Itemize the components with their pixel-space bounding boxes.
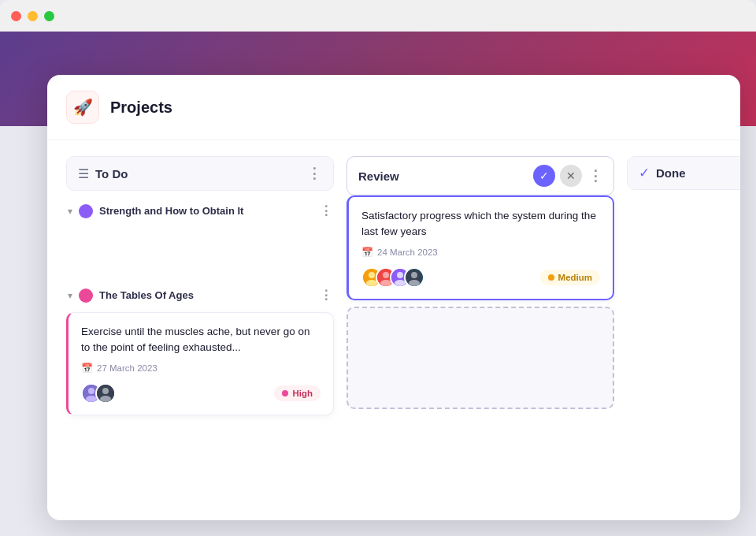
task-todo-1-date-text: 27 March 2023 (97, 363, 158, 373)
task-review-1-priority: Medium (540, 270, 600, 285)
review-group-1: Satisfactory progress which the system d… (346, 195, 614, 409)
group-strength-dot (79, 204, 93, 218)
task-todo-1-priority: High (274, 385, 321, 401)
review-avatar-4 (404, 267, 424, 288)
column-todo: ☰ To Do ⋮ ▾ Strength and How to Obtain I… (66, 156, 334, 505)
group-strength-empty (66, 228, 334, 275)
traffic-light-yellow[interactable] (28, 11, 38, 21)
group-tables-dot (79, 288, 93, 303)
todo-column-title: To Do (95, 167, 307, 181)
task-review-1-avatars (361, 267, 418, 288)
group-tables-header: ▾ The Tables Of Ages ⋮ (66, 285, 334, 306)
group-strength-menu[interactable]: ⋮ (320, 203, 332, 218)
traffic-light-green[interactable] (44, 11, 54, 21)
group-strength-collapse[interactable]: ▾ (68, 206, 72, 217)
todo-column-icon: ☰ (78, 166, 89, 181)
svg-point-7 (369, 272, 375, 278)
svg-point-5 (100, 396, 111, 402)
column-review: ✓ ✕ ⋮ Satisfactory progress which the sy… (346, 156, 614, 505)
column-header-done: ✓ Done (627, 156, 740, 190)
board-area: ☰ To Do ⋮ ▾ Strength and How to Obtain I… (47, 140, 740, 520)
svg-point-17 (409, 280, 420, 286)
svg-point-16 (411, 272, 417, 278)
priority-high-dot (282, 390, 288, 396)
task-review-1-footer: Medium (361, 267, 600, 288)
group-tables-collapse[interactable]: ▾ (68, 290, 72, 301)
svg-point-4 (102, 388, 109, 394)
todo-column-menu[interactable]: ⋮ (307, 165, 322, 182)
app-logo: 🚀 (66, 91, 99, 124)
group-tables-title: The Tables Of Ages (99, 289, 313, 301)
group-tables-menu[interactable]: ⋮ (320, 288, 332, 303)
task-review-1-date: 📅 24 March 2023 (361, 247, 600, 258)
avatar-2 (95, 383, 116, 404)
group-tables: ▾ The Tables Of Ages ⋮ Exercise until th… (66, 285, 334, 415)
priority-high-label: High (292, 389, 313, 398)
done-column-title: Done (656, 166, 740, 180)
task-todo-1-title: Exercise until the muscles ache, but nev… (81, 324, 321, 355)
review-actions: ✓ ✕ (533, 165, 582, 187)
task-card-todo-1[interactable]: Exercise until the muscles ache, but nev… (66, 312, 334, 415)
app-logo-icon: 🚀 (73, 98, 93, 117)
column-header-todo: ☰ To Do ⋮ (66, 156, 334, 191)
done-check-icon: ✓ (639, 165, 650, 181)
group-strength: ▾ Strength and How to Obtain It ⋮ (66, 200, 334, 275)
review-placeholder-card (346, 307, 614, 409)
app-header: 🚀 Projects (47, 75, 740, 140)
review-cancel-button[interactable]: ✕ (560, 165, 582, 187)
window-chrome (0, 0, 756, 32)
column-done: ✓ Done (627, 156, 740, 505)
review-title-input[interactable] (358, 169, 533, 183)
app-container: 🚀 Projects ☰ To Do ⋮ ▾ Strength and How … (47, 75, 740, 520)
priority-medium-label: Medium (558, 273, 592, 282)
svg-point-10 (383, 272, 389, 278)
group-strength-header: ▾ Strength and How to Obtain It ⋮ (66, 200, 334, 221)
svg-point-1 (88, 388, 94, 394)
svg-point-13 (397, 272, 403, 278)
review-confirm-button[interactable]: ✓ (533, 165, 555, 187)
task-todo-1-footer: High (81, 383, 321, 404)
group-strength-title: Strength and How to Obtain It (99, 205, 313, 217)
app-title: Projects (110, 99, 172, 117)
review-column-menu[interactable]: ⋮ (588, 167, 602, 184)
column-header-review: ✓ ✕ ⋮ (346, 156, 614, 195)
traffic-light-red[interactable] (11, 11, 21, 21)
task-todo-1-date: 📅 27 March 2023 (81, 363, 321, 374)
task-todo-1-avatars (81, 383, 109, 404)
task-todo-1-date-icon: 📅 (81, 363, 93, 374)
task-card-review-1[interactable]: Satisfactory progress which the system d… (346, 195, 614, 300)
task-review-1-date-text: 24 March 2023 (377, 248, 438, 257)
task-review-1-date-icon: 📅 (361, 247, 373, 258)
task-review-1-title: Satisfactory progress which the system d… (361, 208, 600, 239)
priority-medium-dot (548, 274, 554, 281)
